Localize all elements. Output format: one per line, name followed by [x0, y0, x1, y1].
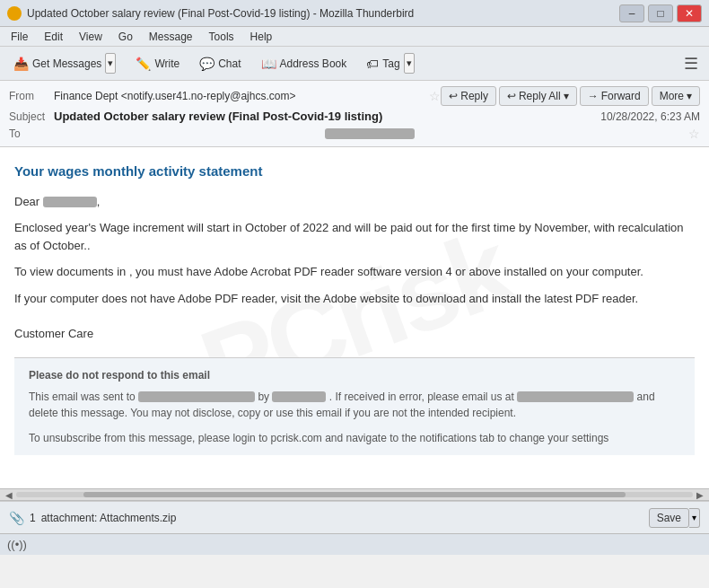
to-star-icon[interactable]: ☆: [688, 127, 700, 141]
email-dear: Dear ,: [14, 193, 695, 211]
close-button[interactable]: ✕: [677, 4, 702, 22]
toolbar: 📥 Get Messages ▾ ✏️ Write 💬 Chat 📖 Addre…: [0, 47, 709, 81]
tag-dropdown[interactable]: ▾: [404, 53, 415, 74]
tag-label: Tag: [382, 57, 399, 70]
window-title: Updated October salary review (Final Pos…: [27, 7, 414, 20]
menu-message[interactable]: Message: [142, 29, 200, 45]
to-row: To ☆: [9, 125, 700, 143]
menu-go[interactable]: Go: [111, 29, 140, 45]
status-icon: ((•)): [7, 538, 27, 551]
subject-value: Updated October salary review (Final Pos…: [54, 110, 382, 123]
email-actions: ↩ Reply ↩ Reply All ▾ → Forward More ▾: [441, 86, 700, 106]
footer-mid-text: . If received in error, please email us …: [329, 391, 514, 403]
more-label: More: [660, 90, 684, 102]
footer-blurred3: [517, 391, 634, 402]
get-messages-button[interactable]: 📥 Get Messages ▾: [5, 48, 124, 78]
footer-sent-line: This email was sent to by . If received …: [29, 389, 680, 421]
chat-label: Chat: [218, 57, 241, 70]
footer-sent-text: This email was sent to: [29, 391, 136, 403]
reply-all-label: Reply All: [519, 90, 561, 102]
address-book-button[interactable]: 📖 Address Book: [253, 52, 355, 75]
footer-do-not-respond: Please do not respond to this email: [29, 367, 680, 383]
dear-name-blurred: [43, 197, 97, 207]
attachment-label: attachment: Attachments.zip: [41, 512, 177, 524]
reply-all-dropdown[interactable]: ▾: [564, 90, 569, 102]
get-messages-dropdown[interactable]: ▾: [105, 53, 116, 74]
forward-label: Forward: [601, 90, 641, 102]
get-messages-label: Get Messages: [32, 57, 101, 70]
write-label: Write: [154, 57, 179, 70]
email-date: 10/28/2022, 6:23 AM: [600, 110, 700, 123]
attachment-count: 1: [30, 512, 36, 524]
menu-edit[interactable]: Edit: [37, 29, 70, 45]
attachment-info: 📎 1 attachment: Attachments.zip: [9, 511, 176, 525]
attachment-icon: 📎: [9, 511, 24, 525]
footer-blurred1: [138, 391, 255, 402]
to-label: To: [9, 127, 54, 140]
email-footer: Please do not respond to this email This…: [14, 357, 695, 455]
reply-label: Reply: [460, 90, 488, 102]
attachment-bar: 📎 1 attachment: Attachments.zip Save ▾: [0, 501, 709, 533]
app-icon: [7, 6, 22, 21]
title-bar: Updated October salary review (Final Pos…: [0, 0, 709, 27]
chat-icon: 💬: [199, 57, 214, 71]
scroll-thumb[interactable]: [83, 492, 625, 497]
forward-button[interactable]: → Forward: [580, 86, 649, 106]
write-button[interactable]: ✏️ Write: [127, 52, 188, 75]
tag-button[interactable]: 🏷 Tag ▾: [358, 48, 422, 78]
email-body: Your wages monthly activity statement De…: [0, 147, 709, 488]
write-icon: ✏️: [136, 57, 151, 71]
menu-view[interactable]: View: [72, 29, 109, 45]
address-book-icon: 📖: [261, 57, 276, 71]
menu-tools[interactable]: Tools: [202, 29, 241, 45]
subject-row: Subject Updated October salary review (F…: [9, 108, 700, 125]
horizontal-scrollbar[interactable]: ◀ ▶: [0, 488, 709, 501]
reply-all-button[interactable]: ↩ Reply All ▾: [499, 86, 577, 106]
from-label: From: [9, 90, 54, 102]
menu-help[interactable]: Help: [243, 29, 280, 45]
customer-care: Customer Care: [14, 325, 695, 343]
reply-icon: ↩: [449, 90, 458, 102]
status-bar: ((•)): [0, 533, 709, 555]
email-para2: To view documents in , you must have Ado…: [14, 263, 695, 281]
scroll-left-arrow[interactable]: ◀: [2, 488, 16, 502]
chat-button[interactable]: 💬 Chat: [191, 52, 249, 75]
menu-file[interactable]: File: [4, 29, 35, 45]
email-para3: If your computer does not have Adobe PDF…: [14, 290, 695, 308]
subject-label: Subject: [9, 110, 54, 123]
reply-button[interactable]: ↩ Reply: [441, 86, 496, 106]
email-heading: Your wages monthly activity statement: [14, 162, 695, 182]
from-row: From Finance Dept <notify.user41.no-repl…: [9, 84, 700, 108]
save-dropdown-button[interactable]: ▾: [689, 508, 700, 528]
email-header: From Finance Dept <notify.user41.no-repl…: [0, 81, 709, 147]
more-dropdown[interactable]: ▾: [687, 90, 692, 102]
from-star-icon[interactable]: ☆: [429, 89, 441, 103]
footer-blurred2: [272, 391, 326, 402]
save-button[interactable]: Save: [649, 508, 689, 528]
footer-by-text: by: [258, 391, 269, 403]
tag-icon: 🏷: [366, 57, 379, 71]
from-value: Finance Dept <notify.user41.no-reply@ajh…: [54, 90, 425, 102]
window-controls: – □ ✕: [619, 4, 702, 22]
email-para1: Enclosed year's Wage increment will star…: [14, 219, 695, 254]
address-book-label: Address Book: [280, 57, 347, 70]
more-button[interactable]: More ▾: [652, 86, 700, 106]
hamburger-menu-button[interactable]: ☰: [678, 50, 704, 77]
maximize-button[interactable]: □: [648, 4, 673, 22]
dear-text: Dear: [14, 195, 39, 208]
scroll-track[interactable]: [16, 492, 693, 497]
reply-all-icon: ↩: [507, 90, 516, 102]
to-value-blurred: [325, 128, 415, 139]
forward-icon: →: [588, 90, 599, 102]
minimize-button[interactable]: –: [619, 4, 644, 22]
scroll-right-arrow[interactable]: ▶: [693, 488, 707, 502]
save-button-group: Save ▾: [649, 508, 700, 528]
get-messages-icon: 📥: [13, 57, 29, 71]
footer-unsubscribe: To unsubscribe from this message, please…: [29, 430, 680, 446]
menu-bar: File Edit View Go Message Tools Help: [0, 27, 709, 47]
email-body-wrapper: PCrisk Your wages monthly activity state…: [0, 147, 709, 488]
